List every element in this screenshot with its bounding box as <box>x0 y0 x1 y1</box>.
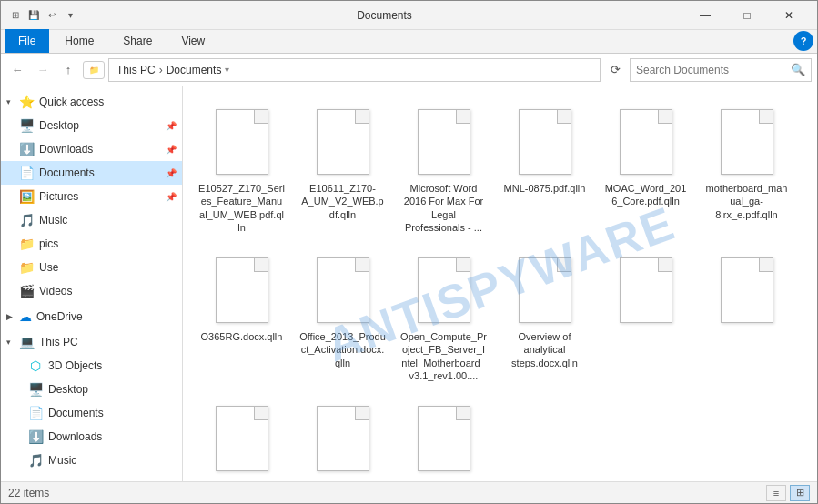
sidebar-item-pictures[interactable]: 🖼️ Pictures 📌 <box>1 185 182 208</box>
search-icon: 🔍 <box>791 63 805 76</box>
sidebar-item-desktop2-label: Desktop <box>48 383 88 396</box>
downloads2-icon: ⬇️ <box>28 429 43 444</box>
grid-view-button[interactable]: ⊞ <box>790 485 810 501</box>
file-name: Overview of analytical steps.docx.qlln <box>501 330 588 369</box>
sidebar-item-documents[interactable]: 📄 Documents 📌 <box>1 161 182 185</box>
file-item[interactable]: Overview of analytical steps.docx.qlln <box>497 246 592 388</box>
sidebar-item-desktop-label: Desktop <box>39 119 79 132</box>
file-item[interactable]: Office_2013_Product_Activation.docx.qlln <box>295 246 390 388</box>
path-documents[interactable]: Documents <box>167 64 222 76</box>
file-icon <box>213 106 271 178</box>
file-item[interactable] <box>699 246 794 388</box>
file-name: E10527_Z170_Series_Feature_Manual_UM_WEB… <box>198 182 285 234</box>
file-page <box>418 257 470 323</box>
tab-view[interactable]: View <box>167 29 218 53</box>
thispc-header[interactable]: ▾ 💻 This PC <box>1 330 182 354</box>
sidebar-item-desktop[interactable]: 🖥️ Desktop 📌 <box>1 114 182 137</box>
file-icon <box>314 402 372 475</box>
file-item[interactable]: motherboard_manual_ga-8irx_e.pdf.qlln <box>699 97 794 240</box>
onedrive-header[interactable]: ▶ ☁ OneDrive <box>1 305 182 328</box>
file-icon <box>314 106 372 178</box>
quick-access-toolbar-save[interactable]: 💾 <box>26 8 41 23</box>
file-area[interactable]: ANTISPYWARE E10527_Z170_Series_Feature_M… <box>183 86 817 481</box>
sidebar-item-videos[interactable]: 🎬 Videos <box>1 279 182 303</box>
file-item[interactable]: MNL-0875.pdf.qlln <box>497 97 592 240</box>
sidebar-item-documents-label: Documents <box>39 166 95 179</box>
window-icon: ⊞ <box>8 8 23 23</box>
file-page <box>418 406 470 471</box>
tab-share[interactable]: Share <box>109 29 166 53</box>
file-name: Office_2013_Product_Activation.docx.qlln <box>299 330 386 369</box>
desktop-icon: 🖥️ <box>19 118 34 133</box>
ribbon-tabs: File Home Share View ? <box>1 30 817 54</box>
sidebar-item-desktop-thispc[interactable]: 🖥️ Desktop <box>1 378 182 401</box>
back-button[interactable]: ← <box>6 59 28 81</box>
search-box[interactable]: 🔍 <box>630 58 812 82</box>
quick-access-dropdown[interactable]: ▾ <box>63 8 77 23</box>
file-page <box>519 109 571 175</box>
file-item[interactable] <box>396 394 491 481</box>
pics-folder-icon: 📁 <box>19 237 34 251</box>
up-button[interactable]: ↑ <box>57 59 79 81</box>
sidebar-item-downloads-thispc[interactable]: ⬇️ Downloads <box>1 425 182 449</box>
search-input[interactable] <box>636 64 791 76</box>
file-item[interactable]: MOAC_Word_2016_Core.pdf.qlln <box>598 97 693 240</box>
pin-icon-desktop: 📌 <box>166 121 177 131</box>
sidebar-item-pics[interactable]: 📁 pics <box>1 232 182 256</box>
recent-locations-button[interactable]: 📁 <box>83 61 105 79</box>
minimize-button[interactable]: — <box>684 1 726 30</box>
file-icon <box>617 254 675 327</box>
tab-file[interactable]: File <box>5 29 49 53</box>
quick-access-header[interactable]: ▾ ⭐ Quick access <box>1 90 182 114</box>
sidebar-item-downloads2-label: Downloads <box>48 430 102 443</box>
sidebar-item-downloads[interactable]: ⬇️ Downloads 📌 <box>1 137 182 161</box>
sidebar-item-use[interactable]: 📁 Use <box>1 256 182 279</box>
sidebar-item-downloads-label: Downloads <box>39 143 93 156</box>
sidebar-item-music-thispc[interactable]: 🎵 Music <box>1 449 182 472</box>
file-page <box>317 257 369 323</box>
music-icon: 🎵 <box>19 213 34 227</box>
file-icon <box>516 254 574 327</box>
onedrive-label: OneDrive <box>36 310 83 323</box>
forward-button[interactable]: → <box>32 59 54 81</box>
window-title: Documents <box>85 9 684 22</box>
file-item[interactable]: E10611_Z170-A_UM_V2_WEB.pdf.qlln <box>295 97 390 240</box>
maximize-button[interactable]: □ <box>726 1 768 30</box>
file-item[interactable]: O365RG.docx.qlln <box>194 246 289 388</box>
sidebar-item-3dobjects[interactable]: ⬡ 3D Objects <box>1 354 182 378</box>
file-item[interactable]: Microsoft Word 2016 For Max For Legal Pr… <box>396 97 491 240</box>
file-item[interactable]: E10527_Z170_Series_Feature_Manual_UM_WEB… <box>194 97 289 240</box>
file-icon <box>718 106 776 178</box>
refresh-button[interactable]: ⟳ <box>604 59 626 81</box>
window-controls: — □ ✕ <box>684 1 810 30</box>
pictures-icon: 🖼️ <box>19 189 34 204</box>
file-item[interactable]: Open_Compute_Project_FB_Server_Intel_Mot… <box>396 246 491 388</box>
music2-icon: 🎵 <box>28 453 43 468</box>
quick-access-chevron: ▾ <box>6 97 15 106</box>
address-bar: ← → ↑ 📁 This PC › Documents ▾ ⟳ 🔍 <box>1 54 817 86</box>
sidebar-item-documents-thispc[interactable]: 📄 Documents <box>1 401 182 425</box>
quick-access-toolbar-undo[interactable]: ↩ <box>45 8 59 23</box>
help-button[interactable]: ? <box>793 31 813 51</box>
sidebar-item-pics-label: pics <box>39 237 58 250</box>
sidebar-item-3dobjects-label: 3D Objects <box>48 359 102 372</box>
path-dropdown-arrow[interactable]: ▾ <box>225 65 229 75</box>
file-item[interactable] <box>194 394 289 481</box>
file-item[interactable] <box>598 246 693 388</box>
file-name: MOAC_Word_2016_Core.pdf.qlln <box>602 182 689 208</box>
path-thispc[interactable]: This PC <box>116 64 156 76</box>
documents-folder-icon: 📄 <box>19 166 34 180</box>
file-grid: E10527_Z170_Series_Feature_Manual_UM_WEB… <box>190 94 810 481</box>
address-path[interactable]: This PC › Documents ▾ <box>108 58 601 82</box>
close-button[interactable]: ✕ <box>768 1 810 30</box>
thispc-label: This PC <box>39 336 78 348</box>
file-icon <box>415 402 473 475</box>
documents2-icon: 📄 <box>28 406 43 420</box>
file-icon <box>314 254 372 327</box>
file-item[interactable] <box>295 394 390 481</box>
use-folder-icon: 📁 <box>19 260 34 275</box>
sidebar-item-music[interactable]: 🎵 Music <box>1 208 182 232</box>
thispc-section: ▾ 💻 This PC ⬡ 3D Objects 🖥️ Desktop 📄 Do… <box>1 330 182 472</box>
list-view-button[interactable]: ≡ <box>766 485 786 501</box>
tab-home[interactable]: Home <box>51 29 107 53</box>
